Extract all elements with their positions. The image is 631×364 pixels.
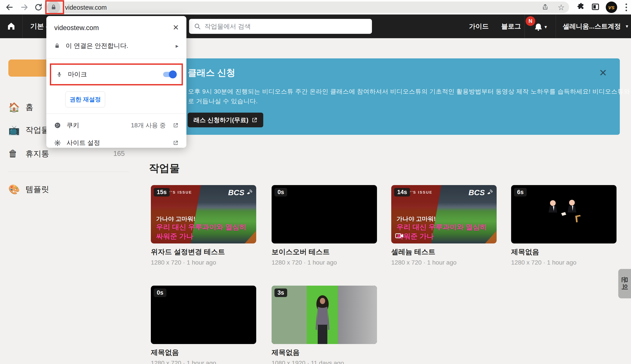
external-link-icon — [252, 117, 258, 123]
sidebar-item-label: 휴지통 — [26, 148, 49, 159]
external-link-icon — [173, 122, 178, 128]
site-info-lock-button[interactable] — [47, 1, 60, 14]
video-thumbnail[interactable]: 3s — [272, 286, 377, 344]
work-meta: 1280 x 720 · 1 hour ago — [272, 259, 377, 266]
video-camera-icon — [395, 232, 404, 240]
back-button[interactable] — [4, 2, 15, 13]
duration-badge: 14s — [394, 188, 410, 196]
mic-permission-label: 마이크 — [68, 70, 87, 79]
video-thumbnail[interactable]: 0s — [272, 185, 377, 244]
profile-avatar[interactable]: vs — [606, 2, 617, 13]
forward-button[interactable] — [19, 2, 30, 13]
popup-divider — [46, 114, 186, 114]
work-title: 제목없음 — [511, 247, 616, 257]
notification-badge: N — [526, 16, 535, 26]
work-title: 위자드 설정변경 테스트 — [151, 247, 256, 257]
connection-secure-row[interactable]: 이 연결은 안전합니다. ▸ — [54, 40, 178, 52]
work-card[interactable]: 0s 제목없음 1280 x 720 · 1 hour ago — [151, 286, 256, 364]
duration-badge: 0s — [274, 188, 287, 196]
work-meta: 1280 x 720 · 1 hour ago — [151, 360, 256, 364]
palette-emoji-icon: 🎨 — [8, 184, 20, 195]
cookies-row[interactable]: 쿠키 18개 사용 중 — [54, 119, 178, 132]
app-root: videostew.com ☆ vs 기본 워 — [0, 0, 631, 364]
work-card[interactable]: 3s 제목없음 1080 x 1920 · 11 days ago — [272, 286, 377, 364]
satellite-icon — [246, 188, 252, 195]
thumb-caption-white: 가나야 고마워! — [156, 215, 196, 223]
sidebar-divider — [8, 172, 129, 172]
inquiry-tab-label: 문의 — [620, 276, 629, 291]
work-meta: 1280 x 720 · 1 hour ago — [391, 259, 497, 266]
account-menu[interactable]: 셀레니움...스트계정 ▾ — [563, 14, 628, 38]
browser-menu-icon[interactable] — [623, 4, 629, 11]
banner-text-line1: 오후 9시 30분에 진행되는 비디오스튜 주간 온라인 클래스에 참여하셔서 … — [188, 88, 631, 96]
work-meta: 1080 x 1920 · 11 days ago — [272, 360, 377, 364]
reset-permissions-button[interactable]: 권한 재설정 — [65, 92, 105, 107]
bell-icon — [534, 22, 543, 32]
work-card[interactable]: 6s 제목없음 1280 x 720 · 1 hour ago — [511, 185, 616, 266]
banner-title: 클래스 신청 — [188, 67, 235, 79]
work-title: 셀레늄 테스트 — [391, 247, 497, 257]
sidebar-item-templates[interactable]: 🎨 템플릿 — [8, 182, 129, 197]
inquiry-tab[interactable]: 문의 — [618, 269, 631, 298]
work-title: 보이스오버 테스트 — [272, 247, 377, 257]
class-signup-button[interactable]: 래스 신청하기(무료) — [188, 112, 263, 127]
thumb-caption-white: 가나야 고마워! — [396, 215, 436, 223]
cookie-icon — [54, 122, 61, 129]
banner-close-icon[interactable]: ✕ — [599, 68, 607, 78]
share-icon[interactable] — [542, 3, 549, 12]
satellite-icon — [486, 188, 493, 195]
site-info-popup: videostew.com ✕ 이 연결은 안전합니다. ▸ 마이크 권한 재설… — [46, 16, 186, 148]
nav-home-button[interactable] — [0, 14, 22, 38]
work-meta: 1280 x 720 · 1 hour ago — [511, 259, 616, 266]
video-thumbnail[interactable]: 6s — [511, 185, 616, 244]
microphone-icon — [56, 71, 62, 78]
video-thumbnail[interactable]: 14s TODAY'S ISSUE BCS 가나야 고마워! 우리 대신 우루과… — [391, 185, 497, 244]
home-icon — [6, 22, 16, 31]
video-thumbnail[interactable]: 15s TODAY'S ISSUE BCS 가나야 고마워! 우리 대신 우루과… — [151, 185, 256, 244]
bcs-logo: BCS — [468, 188, 493, 197]
work-meta: 1280 x 720 · 1 hour ago — [151, 259, 256, 266]
site-settings-row[interactable]: 사이트 설정 — [54, 136, 178, 150]
home-emoji-icon: 🏠 — [8, 102, 20, 112]
popup-site-name: videostew.com — [54, 24, 99, 32]
sidebar-item-label: 홈 — [26, 102, 33, 112]
works-heading: 작업물 — [149, 161, 180, 175]
bookmark-star-icon[interactable]: ☆ — [558, 4, 565, 12]
tv-emoji-icon: 📺 — [8, 125, 20, 136]
account-caret-icon: ▾ — [626, 24, 628, 29]
work-title: 제목없음 — [151, 348, 256, 358]
site-settings-label: 사이트 설정 — [66, 138, 167, 147]
connection-secure-label: 이 연결은 안전합니다. — [66, 42, 170, 50]
annotation-box-mic: 마이크 — [50, 64, 183, 86]
cookies-usage-text: 18개 사용 중 — [131, 121, 166, 130]
nav-link-guide[interactable]: 가이드 — [469, 14, 489, 38]
lock-icon — [54, 42, 60, 49]
video-thumbnail[interactable]: 0s — [151, 286, 256, 344]
nav-link-blog[interactable]: 블로그 — [501, 14, 521, 38]
account-name: 셀레니움...스트계정 — [563, 22, 621, 31]
address-bar[interactable]: videostew.com ☆ — [44, 2, 569, 13]
search-icon — [194, 23, 201, 30]
work-card[interactable]: 0s 보이스오버 테스트 1280 x 720 · 1 hour ago — [272, 185, 377, 266]
popup-close-icon[interactable]: ✕ — [173, 23, 179, 32]
duration-badge: 0s — [154, 288, 166, 297]
duration-badge: 6s — [514, 188, 527, 196]
browser-toolbar: videostew.com ☆ vs — [0, 0, 631, 14]
reload-button[interactable] — [33, 2, 44, 13]
bcs-logo: BCS — [228, 188, 252, 197]
search-input[interactable] — [204, 23, 358, 30]
chevron-right-icon: ▸ — [176, 42, 178, 50]
duration-badge: 15s — [154, 188, 170, 196]
popup-divider — [46, 58, 186, 59]
work-card[interactable]: 14s TODAY'S ISSUE BCS 가나야 고마워! 우리 대신 우루과… — [391, 185, 497, 266]
mic-toggle[interactable] — [163, 71, 176, 78]
notifications-button[interactable]: N ▾ — [529, 14, 553, 38]
side-panel-icon[interactable] — [591, 3, 600, 12]
search-bar[interactable] — [189, 19, 372, 34]
lock-icon — [50, 4, 57, 10]
extensions-icon[interactable] — [577, 3, 585, 12]
work-card[interactable]: 15s TODAY'S ISSUE BCS 가나야 고마워! 우리 대신 우루과… — [151, 185, 256, 266]
class-signup-button-label: 래스 신청하기(무료) — [194, 116, 248, 124]
work-title: 제목없음 — [272, 348, 377, 358]
thumb-caption-pink2: 싸워준 가나 — [156, 232, 193, 241]
